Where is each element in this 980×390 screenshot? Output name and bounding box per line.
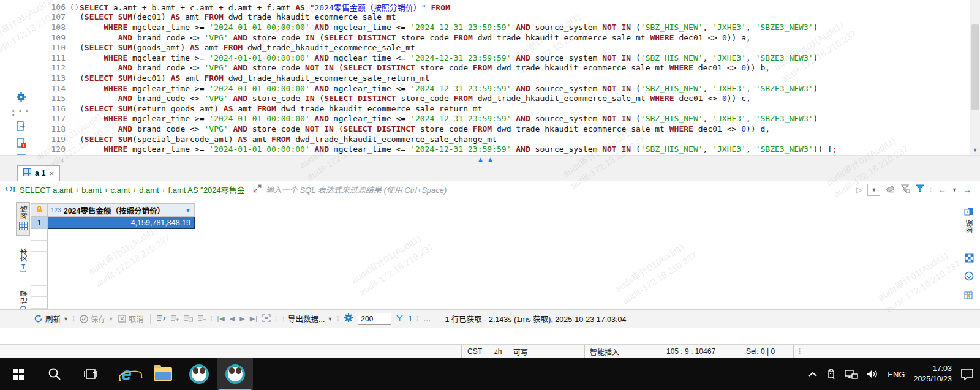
script-error-icon[interactable]: ! [17, 138, 26, 149]
timezone-indicator[interactable]: CST [461, 345, 488, 358]
notification-center-icon[interactable] [960, 368, 974, 380]
taskbar-date: 2025/10/23 [913, 374, 952, 384]
empty-row-gutter[interactable] [31, 297, 48, 309]
editor-vertical-scrollbar[interactable]: ▼ [970, 0, 980, 155]
cancel-button[interactable]: 取消 [118, 313, 144, 324]
dbeaver-pinned-button[interactable] [181, 358, 217, 390]
column-header[interactable]: 123 2024零售金额（按照分销价） ▼ [48, 203, 195, 217]
results-tab-title: a 1 [35, 169, 45, 178]
result-value-cell[interactable]: 4,159,781,848.19 [48, 217, 195, 229]
maximize-panel-icon[interactable]: ▲▲ [477, 156, 497, 163]
results-tab[interactable]: a 1 × [17, 165, 60, 181]
value-circle-icon[interactable] [964, 271, 974, 283]
code-line: 120 WHERE mgclear_time >= '2024-01-01 00… [48, 144, 968, 154]
code-line: 119(SELECT SUM(special_barcode_amt) AS a… [48, 134, 968, 144]
expand-filter-icon[interactable] [253, 184, 262, 195]
code-lines[interactable]: 106−SELECT a.amt + b.amt + c.amt + d.amt… [48, 2, 968, 154]
code-line: 115 AND brand_code <> 'VPG' AND store_co… [48, 93, 968, 103]
filter-history-dropdown[interactable]: ▼ [867, 184, 880, 196]
filter-query-text[interactable]: SELECT a.amt + b.amt + c.amt + d.amt + f… [20, 184, 245, 195]
language-indicator[interactable]: zh [488, 345, 508, 358]
scrollbar-thumb[interactable] [971, 24, 979, 110]
forward-icon[interactable]: → [963, 185, 971, 195]
code-line: 116(SELECT SUM(return_goods_amt) AS amt … [48, 103, 968, 114]
filter-input-placeholder[interactable]: 输入一个 SQL 表达式来过滤结果 (使用 Ctrl+Space) [266, 184, 856, 195]
editor-horizontal-scrollbar[interactable]: ‹ ▲▲ [0, 155, 980, 165]
network-tray-icon[interactable] [845, 369, 858, 380]
scroll-down-icon[interactable]: ▼ [970, 145, 980, 155]
taskbar-clock[interactable]: 17:03 2025/10/23 [913, 364, 952, 384]
more-button[interactable]: … [423, 315, 431, 323]
back-icon[interactable]: ← [938, 185, 946, 195]
previous-row-icon[interactable]: ◀ [230, 315, 235, 323]
empty-row-gutter[interactable] [31, 241, 48, 252]
caret-position-indicator[interactable]: 105 : 9 : 10467 [661, 345, 741, 358]
file-explorer-icon [154, 367, 172, 381]
empty-row-gutter[interactable] [31, 229, 48, 241]
refresh-button[interactable]: 刷新▼ [34, 313, 69, 324]
close-tab-icon[interactable]: × [49, 169, 54, 178]
line-number: 120 [48, 144, 71, 154]
line-number: 113 [48, 73, 71, 83]
next-row-icon[interactable]: ▶ [239, 315, 245, 323]
delete-row-icon[interactable] [197, 314, 206, 324]
input-language-indicator[interactable]: ENG [888, 370, 905, 379]
empty-row-gutter[interactable] [31, 252, 48, 263]
internet-explorer-button[interactable]: e [108, 358, 145, 390]
export-data-button[interactable]: ↑ 导出数据...▼ [282, 313, 333, 324]
metadata-grid-icon[interactable]: + [964, 290, 974, 301]
column-dropdown-icon[interactable]: ▼ [185, 207, 191, 214]
value-viewer-icon[interactable] [965, 253, 974, 264]
erase-filter-icon[interactable] [886, 184, 895, 195]
view-tab-grid[interactable]: 网格 [16, 202, 30, 236]
export-dropdown-icon[interactable]: ▼ [328, 316, 333, 322]
tray-chevron-up-icon[interactable] [808, 371, 818, 377]
drag-handle-dots[interactable]: ▪ ▪ ▪ ▪ [12, 109, 29, 116]
export-up-icon: ↑ [282, 315, 285, 323]
save-button[interactable]: 保存▼ [80, 313, 114, 324]
last-row-icon[interactable]: ▶| [250, 315, 258, 323]
fetch-next-icon[interactable] [396, 314, 404, 324]
save-dropdown-icon[interactable]: ▼ [108, 316, 114, 322]
grid-corner-cell[interactable] [31, 203, 48, 217]
sql-settings-gear-icon[interactable] [16, 92, 26, 104]
fold-collapse-icon[interactable]: − [71, 4, 78, 10]
view-tab-text[interactable]: 文本 T [16, 244, 30, 278]
empty-row-gutter[interactable] [31, 263, 48, 275]
code-line: 111 WHERE mgclear_time >= '2024-01-01 00… [48, 53, 968, 63]
sql-editor[interactable]: ▪ ▪ ▪ ▪ ! (■) 106−SELECT a.amt + b.amt +… [0, 0, 980, 155]
writable-indicator[interactable]: 可写 [508, 345, 584, 358]
refresh-dropdown-icon[interactable]: ▼ [63, 316, 69, 322]
results-panel: 网格 文本 T 记录 123 20 [0, 198, 980, 309]
edit-value-icon[interactable] [157, 314, 166, 324]
history-dropdown-icon[interactable]: ▼ [952, 187, 957, 193]
apply-filter-play-icon[interactable]: ▷ [856, 186, 862, 194]
file-explorer-button[interactable] [145, 358, 181, 390]
code-line: 113(SELECT SUM(dec01) AS amt FROM dwd_tr… [48, 73, 968, 83]
usb-tray-icon[interactable] [826, 369, 836, 380]
add-row-icon[interactable] [170, 314, 179, 324]
dbeaver-active-button[interactable] [217, 358, 253, 390]
volume-tray-icon[interactable] [867, 369, 879, 379]
empty-row-gutter[interactable] [31, 274, 48, 286]
row-number-cell[interactable]: 1 [31, 217, 48, 229]
filter-funnel-icon[interactable] [916, 184, 924, 195]
task-view-button[interactable] [72, 358, 108, 390]
result-settings-gear-icon[interactable] [344, 313, 353, 324]
first-row-icon[interactable]: |◀ [217, 315, 225, 323]
line-number: 119 [48, 135, 71, 144]
go-to-row-icon[interactable] [262, 314, 271, 324]
export-script-icon[interactable] [17, 121, 26, 133]
fetch-size-input[interactable] [358, 313, 391, 325]
insert-mode-indicator[interactable]: 智能插入 [584, 345, 661, 358]
selection-indicator[interactable]: Sel: 0 | 0 [741, 345, 793, 358]
empty-row-gutter[interactable] [31, 286, 48, 298]
start-button[interactable] [0, 358, 36, 390]
scroll-left-icon[interactable]: ‹ [61, 156, 64, 163]
duplicate-row-icon[interactable] [184, 314, 193, 324]
view-tab-record[interactable]: 记录 [16, 287, 30, 309]
taskbar-search-button[interactable] [36, 358, 72, 390]
code-line: 106−SELECT a.amt + b.amt + c.amt + d.amt… [48, 2, 968, 12]
panel-tab[interactable]: ✦ 面板 [963, 203, 975, 238]
filter-settings-icon[interactable] [901, 184, 910, 195]
